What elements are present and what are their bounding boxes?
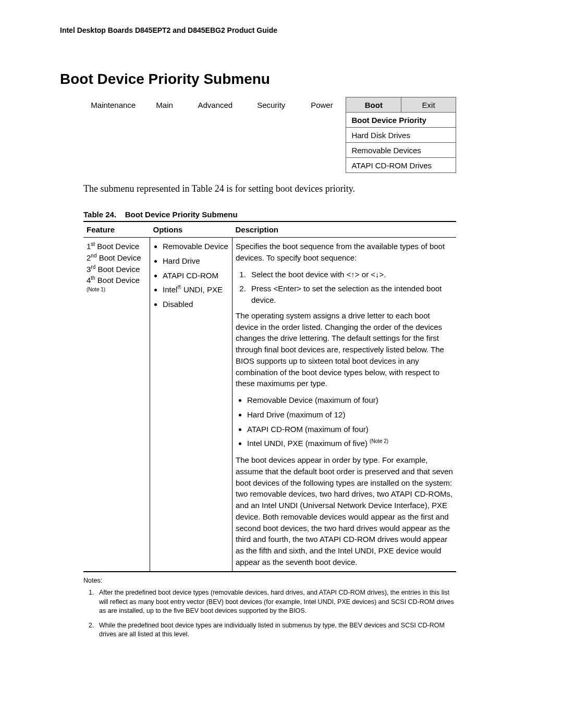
option-item: Removable Device <box>163 241 229 252</box>
table-caption-text: Boot Device Priority Submenu <box>125 210 238 219</box>
table-caption: Table 24. Boot Device Priority Submenu <box>83 210 503 219</box>
notes-block: Notes: After the predefined boot device … <box>83 576 456 639</box>
desc-paragraph: Specifies the boot sequence from the ava… <box>236 241 453 264</box>
submenu-item: Hard Disk Drives <box>346 128 456 143</box>
desc-bullet: Removable Device (maximum of four) <box>247 394 453 406</box>
feature-cell: 1st Boot Device 2nd Boot Device 3rd Boot… <box>83 238 150 572</box>
section-title: Boot Device Priority Submenu <box>60 71 503 88</box>
submenu-item: ATAPI CD-ROM Drives <box>346 158 456 173</box>
running-header: Intel Desktop Boards D845EPT2 and D845EB… <box>60 26 503 34</box>
ordinal-sup: st <box>91 241 95 247</box>
description-cell: Specifies the boot sequence from the ava… <box>232 238 457 572</box>
menu-tab-power: Power <box>298 97 346 113</box>
table-caption-number: Table 24. <box>83 210 116 219</box>
note-item: While the predefined boot device types a… <box>96 621 456 639</box>
submenu-item: Removable Devices <box>346 143 456 158</box>
menu-tab-maintenance: Maintenance <box>83 97 143 113</box>
col-feature: Feature <box>83 221 150 238</box>
desc-bullet: ATAPI CD-ROM (maximum of four) <box>247 424 453 435</box>
col-options: Options <box>150 221 232 238</box>
menu-tab-exit: Exit <box>401 97 456 113</box>
feature-note-ref: (Note 1) <box>87 287 105 292</box>
menu-tab-security: Security <box>244 97 298 113</box>
notes-label: Notes: <box>83 576 456 586</box>
desc-paragraph: The operating system assigns a drive let… <box>236 310 453 389</box>
menu-tab-boot: Boot <box>346 97 401 113</box>
desc-step: Select the boot device with <↑> or <↓>. <box>248 269 453 280</box>
menu-tab-advanced: Advanced <box>186 97 245 113</box>
note-item: After the predefined boot device types (… <box>96 588 456 616</box>
option-item: ATAPI CD-ROM <box>163 270 229 281</box>
desc-paragraph: The boot devices appear in order by type… <box>236 454 453 568</box>
feature-label: Boot Device <box>95 276 140 285</box>
boot-priority-table: Feature Options Description 1st Boot Dev… <box>83 221 456 572</box>
feature-label: Boot Device <box>95 242 139 251</box>
desc-bullet: Intel UNDI, PXE (maximum of five) (Note … <box>247 438 453 449</box>
submenu-item: Boot Device Priority <box>346 113 456 128</box>
feature-label: Boot Device <box>95 265 140 274</box>
option-item: Intel® UNDI, PXE <box>163 284 229 295</box>
bios-menu-table: Maintenance Main Advanced Security Power… <box>83 97 456 173</box>
col-description: Description <box>232 221 457 238</box>
feature-label: Boot Device <box>96 253 141 262</box>
option-item: Disabled <box>163 299 229 310</box>
desc-bullet: Hard Drive (maximum of 12) <box>247 409 453 421</box>
ordinal-sup: th <box>91 275 95 281</box>
ordinal-sup: nd <box>91 253 96 258</box>
desc-step: Press <Enter> to set the selection as th… <box>248 283 453 306</box>
menu-tab-main: Main <box>143 97 186 113</box>
intro-paragraph: The submenu represented in Table 24 is f… <box>83 183 503 194</box>
options-cell: Removable Device Hard Drive ATAPI CD-ROM… <box>150 238 232 572</box>
ordinal-sup: rd <box>91 264 95 270</box>
option-item: Hard Drive <box>163 255 229 267</box>
